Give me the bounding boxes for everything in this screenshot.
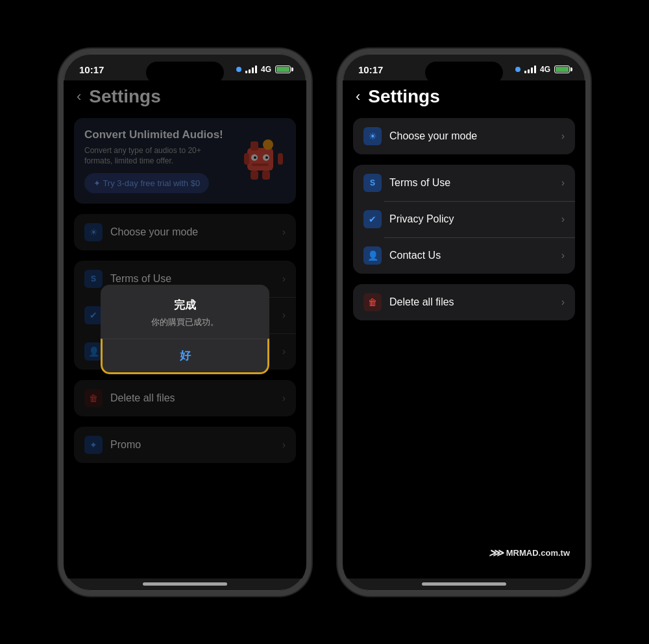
bottom-indicator-right [422, 582, 506, 586]
contact-icon-right: 👤 [363, 246, 382, 265]
modal-box: 完成 你的購買已成功。 好 [101, 285, 269, 374]
dot-icon-right [515, 67, 520, 72]
bottom-indicator-left [143, 582, 227, 586]
settings-group-right-1: ☀ Choose your mode › [353, 118, 575, 154]
privacy-label-right: Privacy Policy [389, 213, 561, 225]
modal-title: 完成 [111, 298, 259, 313]
list-item-terms-right[interactable]: S Terms of Use › [353, 165, 575, 201]
chevron-icon-mode-right: › [561, 130, 565, 142]
list-item-contact-right[interactable]: 👤 Contact Us › [353, 237, 575, 274]
watermark-logo-icon: ⋙ [489, 547, 504, 559]
dot-icon-left [236, 67, 241, 72]
page-title-right: Settings [368, 86, 439, 107]
modal-content: 完成 你的購買已成功。 [101, 285, 269, 339]
chevron-icon-delete-right: › [561, 296, 565, 308]
screen-left: ‹ Settings Convert Unlimited Audios! Con… [64, 80, 306, 578]
signal-bars-left [245, 66, 257, 73]
time-right: 10:17 [358, 64, 383, 75]
choose-mode-label-right: Choose your mode [389, 130, 561, 142]
contact-label-right: Contact Us [389, 250, 561, 261]
modal-overlay: 完成 你的購買已成功。 好 [64, 80, 306, 578]
page-header-right: ‹ Settings [343, 80, 585, 118]
network-right: 4G [540, 65, 550, 74]
chevron-icon-terms-right: › [561, 177, 565, 189]
chevron-icon-contact-right: › [561, 250, 565, 261]
privacy-icon-right: ✔ [363, 210, 382, 228]
delete-label-right: Delete all files [389, 296, 561, 308]
status-icons-right: 4G [515, 65, 570, 74]
chevron-icon-privacy-right: › [561, 213, 565, 225]
time-left: 10:17 [79, 64, 104, 75]
screen-right: ‹ Settings ☀ Choose your mode › S Terms … [343, 80, 585, 578]
status-icons-left: 4G [236, 65, 291, 74]
terms-label-right: Terms of Use [389, 177, 561, 189]
battery-left [275, 66, 291, 73]
watermark-text: MRMAD.com.tw [506, 548, 570, 558]
list-item-privacy-right[interactable]: ✔ Privacy Policy › [353, 201, 575, 237]
dynamic-island-right [425, 62, 503, 84]
delete-icon-right: 🗑 [363, 293, 382, 311]
list-item-choose-mode-right[interactable]: ☀ Choose your mode › [353, 118, 575, 154]
terms-icon-right: S [363, 174, 382, 192]
phone-left: 10:17 4G ‹ Settings Convert Unlimited Au… [58, 49, 312, 596]
settings-group-right-2: S Terms of Use › ✔ Privacy Policy › 👤 Co… [353, 165, 575, 274]
signal-bars-right [524, 66, 536, 73]
back-button-right[interactable]: ‹ [353, 86, 363, 108]
phone-right: 10:17 4G ‹ Settings ☀ Choose your mode › [337, 49, 591, 596]
modal-subtitle: 你的購買已成功。 [111, 316, 259, 328]
settings-group-right-3: 🗑 Delete all files › [353, 284, 575, 320]
mode-icon-right: ☀ [363, 127, 382, 145]
battery-right [554, 66, 570, 73]
watermark: ⋙ MRMAD.com.tw [489, 547, 570, 559]
list-item-delete-right[interactable]: 🗑 Delete all files › [353, 284, 575, 320]
modal-ok-button[interactable]: 好 [101, 339, 269, 374]
network-left: 4G [261, 65, 271, 74]
